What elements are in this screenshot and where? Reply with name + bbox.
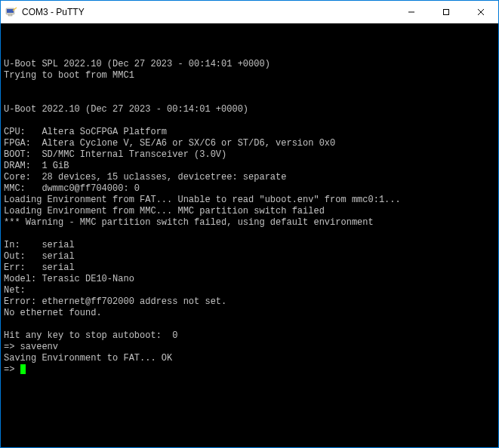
terminal-line: CPU: Altera SoCFPGA Platform: [4, 127, 495, 138]
maximize-button[interactable]: [429, 1, 464, 23]
terminal-line: => saveenv: [4, 342, 495, 353]
titlebar[interactable]: COM3 - PuTTY: [1, 1, 498, 23]
terminal-line: [4, 93, 495, 104]
putty-window: COM3 - PuTTY U-Boot SPL 2022.10 (Dec 27 …: [0, 0, 499, 448]
terminal-line: [4, 115, 495, 127]
terminal-line: Loading Environment from MMC... MMC part…: [4, 206, 495, 217]
terminal-line: U-Boot SPL 2022.10 (Dec 27 2023 - 00:14:…: [4, 59, 495, 70]
terminal-line: Core: 28 devices, 15 uclasses, devicetre…: [4, 172, 495, 183]
prompt: =>: [4, 364, 20, 375]
svg-rect-4: [444, 10, 449, 15]
terminal-line: [4, 81, 495, 93]
terminal-line: Out: serial: [4, 251, 495, 262]
terminal-line: [4, 229, 495, 240]
terminal-line: No ethernet found.: [4, 308, 495, 319]
terminal-area[interactable]: U-Boot SPL 2022.10 (Dec 27 2023 - 00:14:…: [1, 23, 498, 447]
terminal-line: In: serial: [4, 240, 495, 251]
svg-rect-2: [8, 14, 12, 16]
terminal-line: Model: Terasic DE10-Nano: [4, 274, 495, 285]
svg-rect-1: [7, 9, 14, 13]
terminal-line: Error: ethernet@ff702000 address not set…: [4, 296, 495, 308]
terminal-line: Err: serial: [4, 262, 495, 274]
window-title: COM3 - PuTTY: [22, 7, 85, 17]
terminal-prompt-line: =>: [4, 364, 495, 376]
terminal-line: Net:: [4, 285, 495, 296]
terminal-line: Trying to boot from MMC1: [4, 70, 495, 81]
window-controls: [394, 1, 498, 23]
cursor: [20, 364, 26, 374]
terminal-line: Loading Environment from FAT... Unable t…: [4, 195, 495, 206]
terminal-line: [4, 48, 495, 59]
terminal-line: Hit any key to stop autoboot: 0: [4, 330, 495, 342]
close-button[interactable]: [464, 1, 498, 23]
terminal-line: MMC: dwmmc0@ff704000: 0: [4, 183, 495, 195]
terminal-line: [4, 319, 495, 330]
minimize-button[interactable]: [394, 1, 429, 23]
terminal-line: BOOT: SD/MMC Internal Transceiver (3.0V): [4, 149, 495, 161]
terminal-line: DRAM: 1 GiB: [4, 161, 495, 172]
terminal-line: *** Warning - MMC partition switch faile…: [4, 217, 495, 229]
terminal-line: FPGA: Altera Cyclone V, SE/A6 or SX/C6 o…: [4, 138, 495, 149]
terminal-line: Saving Environment to FAT... OK: [4, 353, 495, 364]
terminal-line: U-Boot 2022.10 (Dec 27 2023 - 00:14:01 +…: [4, 104, 495, 115]
app-icon: [5, 6, 17, 18]
